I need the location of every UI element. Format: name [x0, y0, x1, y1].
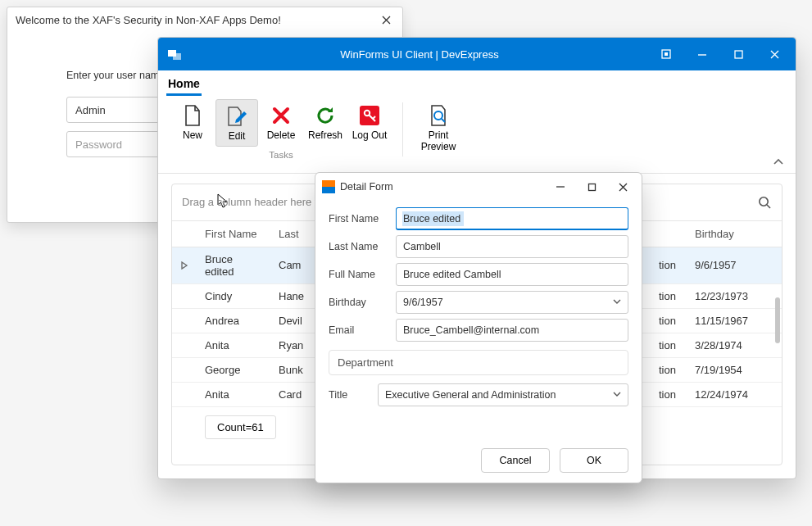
cancel-button[interactable]: Cancel — [481, 448, 550, 473]
close-icon[interactable] — [756, 41, 792, 67]
cell-first[interactable]: Bruce edited — [197, 247, 270, 283]
svg-rect-11 — [588, 184, 595, 190]
full-name-field[interactable] — [396, 263, 628, 286]
cell-birthday[interactable]: 9/6/1957 — [687, 247, 765, 283]
ribbon-collapse-icon[interactable] — [773, 158, 784, 166]
detail-app-icon — [322, 180, 335, 193]
cell-last[interactable]: Cam — [270, 247, 312, 283]
detail-titlebar: Detail Form — [315, 173, 642, 201]
edit-button[interactable]: Edit — [215, 99, 258, 147]
key-icon — [358, 104, 381, 127]
label-title: Title — [329, 389, 378, 401]
login-titlebar: Welcome to the XAF's Security in Non-XAF… — [7, 7, 402, 32]
new-label: New — [183, 130, 202, 142]
cell-first[interactable]: Anita — [197, 382, 270, 406]
group-hint: Drag a column header here to gr — [182, 196, 336, 208]
cell-first[interactable]: Andrea — [197, 308, 270, 333]
maximize-icon[interactable] — [576, 176, 607, 197]
tab-home[interactable]: Home — [166, 72, 202, 96]
search-icon[interactable] — [757, 195, 772, 210]
svg-rect-5 — [735, 51, 742, 58]
cell-last[interactable]: Hane — [270, 283, 312, 308]
count-box: Count=61 — [205, 415, 276, 439]
cell-last[interactable]: Card — [270, 382, 312, 406]
label-first-name: First Name — [329, 213, 396, 224]
cell-last[interactable]: Ryan — [270, 333, 312, 357]
refresh-label: Refresh — [308, 130, 342, 142]
ribbon-group-label: Tasks — [269, 150, 293, 160]
cell-last[interactable]: Devil — [270, 308, 312, 333]
logout-button[interactable]: Log Out — [348, 99, 391, 147]
email-field[interactable] — [396, 319, 628, 342]
refresh-icon — [314, 104, 337, 127]
cell-first[interactable]: Anita — [197, 333, 270, 357]
detail-body: First Name Last Name Full Name Birthday … — [315, 201, 642, 438]
detail-title: Detail Form — [340, 181, 545, 193]
cell-birthday[interactable]: 3/28/1974 — [687, 333, 765, 357]
svg-point-8 — [434, 111, 442, 120]
close-icon[interactable] — [607, 176, 638, 197]
col-scroll — [765, 220, 782, 247]
close-icon[interactable] — [374, 11, 397, 29]
new-file-icon — [181, 104, 204, 127]
ribbon-group-tasks: New Edit Delete Refresh — [166, 99, 396, 163]
label-last-name: Last Name — [329, 241, 396, 252]
label-full-name: Full Name — [329, 269, 396, 280]
row-indicator — [172, 283, 197, 308]
col-first-name[interactable]: First Name — [197, 220, 270, 247]
cell-dept[interactable]: tion — [651, 382, 687, 406]
detail-footer: Cancel OK — [315, 438, 642, 483]
cell-first[interactable]: Cindy — [197, 283, 270, 308]
first-name-field[interactable] — [396, 207, 628, 230]
restore-down-icon[interactable] — [648, 41, 684, 67]
delete-icon — [270, 104, 293, 127]
scrollbar-thumb[interactable] — [775, 297, 780, 343]
refresh-button[interactable]: Refresh — [304, 99, 347, 147]
cell-birthday[interactable]: 7/19/1954 — [687, 357, 765, 382]
svg-rect-1 — [173, 53, 181, 60]
title-field[interactable] — [378, 383, 628, 406]
ribbon-group-print: Print Preview — [410, 99, 467, 173]
col-dept[interactable] — [651, 220, 687, 247]
last-name-field[interactable] — [396, 235, 628, 258]
col-indicator — [172, 220, 197, 247]
col-birthday[interactable]: Birthday — [687, 220, 765, 247]
cell-dept[interactable]: tion — [651, 283, 687, 308]
cell-pad — [765, 382, 782, 406]
delete-button[interactable]: Delete — [260, 99, 302, 147]
cell-pad — [765, 247, 782, 283]
print-preview-button[interactable]: Print Preview — [415, 99, 462, 156]
detail-form-window: Detail Form First Name Last Name Full Na… — [315, 172, 642, 483]
row-indicator — [172, 382, 197, 406]
birthday-field[interactable] — [396, 291, 628, 314]
department-section[interactable]: Department — [329, 350, 628, 375]
cell-birthday[interactable]: 12/23/1973 — [687, 283, 765, 308]
print-preview-icon — [427, 104, 450, 127]
row-indicator — [172, 247, 197, 283]
login-title: Welcome to the XAF's Security in Non-XAF… — [16, 14, 281, 26]
cell-first[interactable]: George — [197, 357, 270, 382]
svg-rect-3 — [665, 52, 668, 56]
cell-dept[interactable]: tion — [651, 357, 687, 382]
cell-birthday[interactable]: 12/24/1974 — [687, 382, 765, 406]
new-button[interactable]: New — [171, 99, 214, 147]
cell-birthday[interactable]: 11/15/1967 — [687, 308, 765, 333]
label-birthday: Birthday — [329, 297, 396, 308]
delete-label: Delete — [267, 130, 296, 142]
ok-button[interactable]: OK — [560, 448, 628, 473]
svg-point-9 — [760, 197, 768, 205]
col-last-name[interactable]: Last — [270, 220, 312, 247]
maximize-icon[interactable] — [720, 41, 756, 67]
edit-icon — [225, 105, 248, 128]
row-indicator — [172, 357, 197, 382]
row-indicator — [172, 333, 197, 357]
cell-dept[interactable]: tion — [651, 308, 687, 333]
ribbon-separator — [402, 102, 403, 156]
cell-last[interactable]: Bunk — [270, 357, 312, 382]
cell-dept[interactable]: tion — [651, 247, 687, 283]
minimize-icon[interactable] — [684, 41, 720, 67]
label-email: Email — [329, 324, 396, 336]
minimize-icon[interactable] — [545, 176, 576, 197]
cell-dept[interactable]: tion — [651, 333, 687, 357]
ribbon: Home New Edit Delete — [158, 70, 796, 174]
